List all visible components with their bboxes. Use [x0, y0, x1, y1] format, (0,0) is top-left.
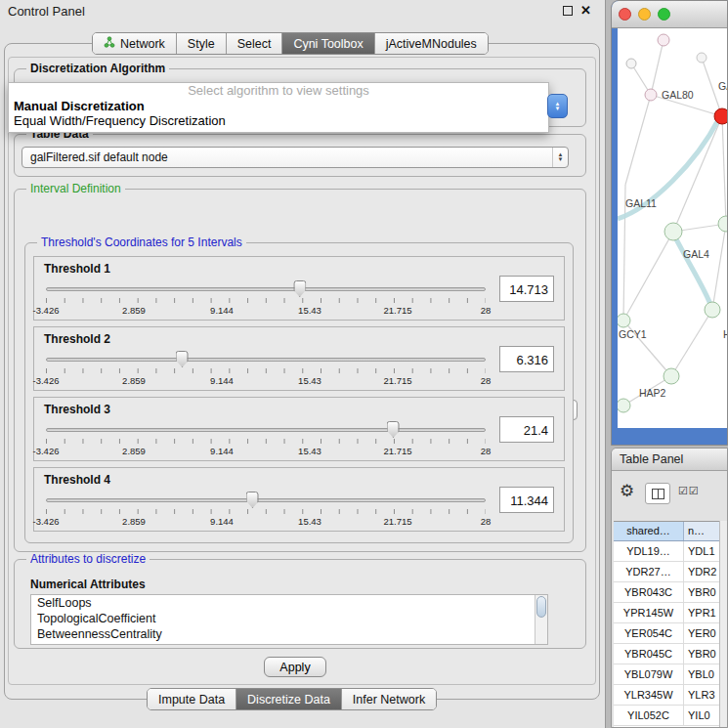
close-icon[interactable]: ✕	[580, 5, 591, 17]
slider-tick-marks	[46, 298, 486, 303]
slider-track[interactable]	[46, 498, 486, 502]
table-data-select[interactable]: galFiltered.sif default node ▲▼	[21, 147, 569, 168]
table-cell[interactable]: YBR043C	[614, 582, 684, 602]
algorithm-option-equal-width-frequency-discretization[interactable]: Equal Width/Frequency Discretization	[9, 113, 548, 128]
algorithm-dropdown-hint: Select algorithm to view settings	[9, 83, 548, 99]
slider-axis-label: 21.715	[383, 375, 411, 386]
table-cell[interactable]: YLR345W	[614, 685, 684, 705]
algorithm-dropdown-options: Manual DiscretizationEqual Width/Frequen…	[9, 99, 548, 128]
table-row[interactable]: YPR145WYPR1	[614, 603, 719, 623]
network-node[interactable]	[714, 108, 728, 124]
control-panel-titlebar[interactable]: Control Panel ✕	[0, 0, 605, 23]
network-node-h[interactable]	[705, 302, 720, 318]
network-node-hap2[interactable]	[664, 368, 679, 384]
network-node-gal4[interactable]	[664, 223, 682, 240]
table-cell[interactable]: YPR145W	[614, 603, 684, 622]
node-label-gal11: GAL11	[625, 197, 657, 209]
slider-axis-label: 15.43	[298, 516, 321, 527]
table-cell[interactable]: YER0	[684, 623, 719, 643]
slider-axis-label: 15.43	[298, 305, 321, 316]
threshold-value-field[interactable]: 11.344	[499, 487, 554, 513]
numerical-attributes-list[interactable]: SelfLoopsTopologicalCoefficientBetweenne…	[30, 594, 548, 645]
slider-thumb[interactable]	[246, 492, 259, 508]
tab-cyni-toolbox[interactable]: Cyni Toolbox	[281, 33, 373, 54]
slider-track[interactable]	[46, 287, 486, 291]
show-columns-button[interactable]	[645, 483, 670, 504]
tab-discretize-data[interactable]: Discretize Data	[236, 689, 341, 709]
attribute-item-topologicalcoefficient[interactable]: TopologicalCoefficient	[31, 611, 547, 626]
table-row[interactable]: YBR045CYBR0	[614, 644, 719, 664]
threshold-slider[interactable]: -3.4262.8599.14415.4321.71528	[46, 351, 486, 388]
column-header-1[interactable]: n…	[684, 522, 719, 540]
tab-infer-network[interactable]: Infer Network	[341, 689, 436, 709]
tab-jactivemnodules[interactable]: jActiveMNodules	[374, 33, 488, 54]
tab-impute-data[interactable]: Impute Data	[148, 689, 236, 709]
slider-thumb[interactable]	[176, 351, 189, 367]
table-row[interactable]: YLR345WYLR3	[614, 685, 719, 706]
table-row[interactable]: YDL19…YDL1	[614, 541, 719, 562]
column-header-0[interactable]: shared…	[614, 522, 684, 540]
table-cell[interactable]: YDR27…	[614, 562, 684, 581]
table-cell[interactable]: YDL1	[684, 541, 719, 561]
table-cell[interactable]: YPR1	[684, 603, 719, 622]
table-cell[interactable]: YIL052C	[614, 706, 684, 725]
tab-style[interactable]: Style	[176, 33, 226, 54]
minimize-traffic-light-icon[interactable]	[638, 8, 651, 21]
network-node[interactable]	[626, 59, 636, 68]
table-row[interactable]: YER054CYER0	[614, 623, 719, 644]
table-panel-title[interactable]: Table Panel	[612, 449, 727, 471]
threshold-value-field[interactable]: 14.713	[499, 276, 554, 302]
apply-button[interactable]: Apply	[264, 657, 326, 677]
algorithm-option-manual-discretization[interactable]: Manual Discretization	[9, 99, 548, 113]
close-traffic-light-icon[interactable]	[619, 8, 631, 21]
minimize-icon[interactable]	[563, 6, 573, 16]
table-cell[interactable]: YDL19…	[614, 541, 684, 561]
threshold-slider[interactable]: -3.4262.8599.14415.4321.71528	[46, 421, 486, 458]
table-row[interactable]: YBL079WYBL0	[614, 664, 719, 685]
network-edge	[712, 224, 726, 310]
table-cell[interactable]: YBR0	[684, 644, 719, 664]
threshold-slider[interactable]: -3.4262.8599.14415.4321.71528	[46, 280, 486, 318]
table-cell[interactable]: YLR3	[684, 685, 719, 705]
table-cell[interactable]: YDR2	[684, 562, 719, 581]
threshold-slider[interactable]: -3.4262.8599.14415.4321.71528	[46, 492, 486, 529]
table-cell[interactable]: YBR045C	[614, 644, 684, 664]
select-columns-checkbox-icon[interactable]: ☑☑	[678, 485, 700, 497]
table-row[interactable]: YBR043CYBR0	[614, 582, 719, 603]
threshold-value-field[interactable]: 21.4	[499, 416, 554, 443]
table-scrollbar[interactable]	[719, 521, 727, 727]
attribute-item-betweennesscentrality[interactable]: BetweennessCentrality	[31, 626, 547, 642]
tab-select[interactable]: Select	[226, 33, 282, 54]
slider-axis-label: 15.43	[298, 375, 321, 386]
network-node[interactable]	[618, 399, 630, 412]
algorithm-select-stepper[interactable]: ▲ ▼	[547, 94, 568, 118]
network-node-gcy1[interactable]	[618, 314, 630, 327]
attributes-scrollbar[interactable]	[535, 595, 547, 644]
slider-track[interactable]	[46, 428, 486, 432]
table-row[interactable]: YDR27…YDR2	[614, 562, 719, 582]
slider-thumb[interactable]	[387, 421, 400, 438]
network-window-titlebar[interactable]	[612, 1, 727, 28]
network-node-gal80[interactable]	[645, 89, 657, 101]
network-node[interactable]	[697, 53, 707, 63]
network-canvas[interactable]: GAL80GAL4GCY1HHAP2GAL11GA	[618, 28, 728, 428]
network-node[interactable]	[658, 34, 669, 46]
table-cell[interactable]: YIL0	[684, 706, 719, 725]
network-edge	[625, 95, 651, 185]
zoom-traffic-light-icon[interactable]	[658, 8, 670, 21]
slider-track[interactable]	[46, 358, 486, 362]
gear-icon[interactable]: ⚙	[620, 481, 634, 501]
table-cell[interactable]: YBL0	[684, 664, 719, 684]
slider-axis-label: 21.715	[383, 446, 411, 456]
attribute-item-selfloops[interactable]: SelfLoops	[31, 595, 547, 611]
network-icon	[104, 36, 115, 51]
table-cell[interactable]: YBR0	[684, 582, 719, 602]
table-cell[interactable]: YBL079W	[614, 664, 684, 684]
table-cell[interactable]: YER054C	[614, 623, 684, 643]
threshold-value-field[interactable]: 6.316	[499, 346, 554, 372]
tab-network[interactable]: Network	[93, 33, 176, 54]
slider-thumb[interactable]	[293, 280, 306, 297]
table-row[interactable]: YIL052CYIL0	[614, 706, 719, 726]
network-node[interactable]	[718, 216, 728, 232]
scrollbar-thumb[interactable]	[536, 596, 546, 618]
